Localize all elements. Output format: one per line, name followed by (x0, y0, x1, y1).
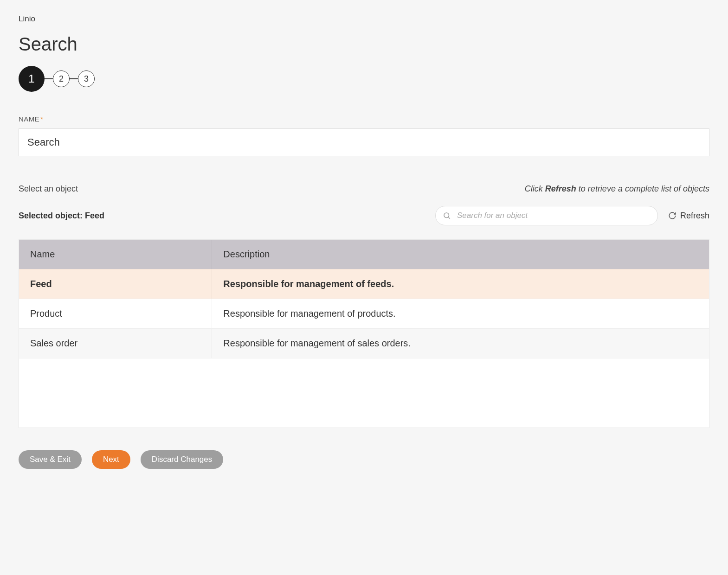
select-object-label: Select an object (19, 184, 78, 194)
save-exit-button[interactable]: Save & Exit (19, 450, 82, 469)
name-label: NAME* (19, 115, 709, 123)
selected-object: Selected object: Feed (19, 211, 104, 221)
cell-name: Sales order (19, 329, 212, 358)
next-button[interactable]: Next (92, 450, 130, 469)
table-row[interactable]: Product Responsible for management of pr… (19, 299, 709, 328)
refresh-icon (668, 211, 676, 220)
search-icon (443, 211, 451, 220)
refresh-label: Refresh (680, 211, 709, 221)
step-connector (70, 78, 78, 79)
breadcrumb: Linio (19, 14, 709, 24)
svg-line-1 (448, 217, 450, 218)
step-3[interactable]: 3 (78, 70, 95, 87)
col-header-description: Description (212, 240, 709, 269)
refresh-hint: Click Refresh to retrieve a complete lis… (525, 184, 709, 194)
table-empty-area (19, 358, 709, 428)
svg-point-0 (444, 213, 449, 218)
page-title: Search (19, 34, 709, 55)
step-connector (45, 78, 53, 79)
cell-name: Feed (19, 269, 212, 299)
object-table: Name Description Feed Responsible for ma… (19, 239, 709, 428)
name-input[interactable] (19, 128, 709, 156)
step-1[interactable]: 1 (19, 66, 45, 92)
cell-description: Responsible for management of products. (212, 299, 709, 328)
footer-actions: Save & Exit Next Discard Changes (19, 450, 709, 469)
discard-changes-button[interactable]: Discard Changes (141, 450, 223, 469)
refresh-button[interactable]: Refresh (668, 211, 709, 221)
step-2[interactable]: 2 (53, 70, 70, 87)
table-row[interactable]: Sales order Responsible for management o… (19, 328, 709, 358)
cell-name: Product (19, 299, 212, 328)
object-search-input[interactable] (435, 206, 658, 225)
cell-description: Responsible for management of sales orde… (212, 329, 709, 358)
cell-description: Responsible for management of feeds. (212, 269, 709, 299)
breadcrumb-link[interactable]: Linio (19, 14, 35, 23)
table-row[interactable]: Feed Responsible for management of feeds… (19, 269, 709, 299)
col-header-name: Name (19, 240, 212, 269)
stepper: 1 2 3 (19, 66, 709, 92)
table-header: Name Description (19, 240, 709, 269)
